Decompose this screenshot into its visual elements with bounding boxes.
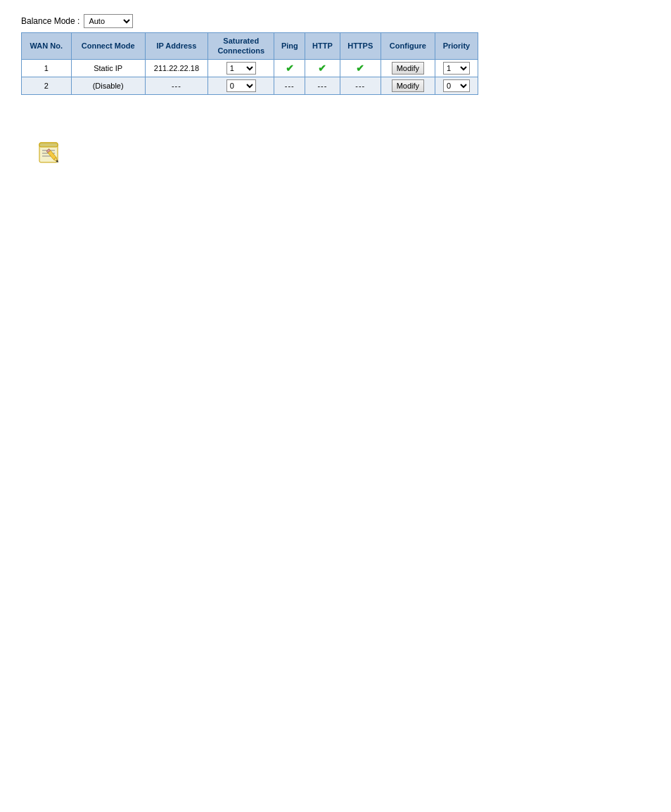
modify-button-2[interactable]: Modify (392, 79, 424, 92)
saturated-connections-2[interactable]: 0 1 2 (208, 77, 274, 94)
table-row: 1 Static IP 211.22.22.18 1 2 3 4 ✔ ✔ (22, 59, 478, 77)
balance-mode-row: Balance Mode : Auto By IP By Session By … (21, 14, 650, 28)
col-header-configure: Configure (381, 33, 435, 60)
wan-no-2: 2 (22, 77, 72, 94)
ping-1: ✔ (274, 59, 305, 77)
pencil-notepad-icon (35, 137, 65, 167)
https-1: ✔ (340, 59, 381, 77)
wan-table: WAN No. Connect Mode IP Address Saturate… (21, 32, 478, 95)
ping-2: --- (274, 77, 305, 94)
sat-connections-select-1[interactable]: 1 2 3 4 (226, 62, 256, 75)
page-container: Balance Mode : Auto By IP By Session By … (0, 0, 671, 183)
col-header-ip-address: IP Address (145, 33, 207, 60)
configure-2[interactable]: Modify (381, 77, 435, 94)
ping-dash-2: --- (285, 82, 295, 90)
priority-select-1[interactable]: 1 2 3 (443, 62, 470, 75)
http-1: ✔ (305, 59, 340, 77)
wan-no-1: 1 (22, 59, 72, 77)
col-header-wan-no: WAN No. (22, 33, 72, 60)
connect-mode-2: (Disable) (71, 77, 145, 94)
https-2: --- (340, 77, 381, 94)
svg-rect-1 (39, 143, 58, 147)
http-dash-2: --- (317, 82, 327, 90)
ping-check-icon-1: ✔ (286, 63, 294, 74)
col-header-saturated-connections: Saturated Connections (208, 33, 274, 60)
modify-button-1[interactable]: Modify (392, 62, 424, 75)
ip-address-2: --- (145, 77, 207, 94)
col-header-priority: Priority (435, 33, 478, 60)
col-header-http: HTTP (305, 33, 340, 60)
ip-address-1: 211.22.22.18 (145, 59, 207, 77)
col-header-https: HTTPS (340, 33, 381, 60)
pencil-icon-container (35, 137, 650, 169)
sat-connections-select-2[interactable]: 0 1 2 (226, 79, 256, 92)
https-dash-2: --- (355, 82, 365, 90)
saturated-connections-1[interactable]: 1 2 3 4 (208, 59, 274, 77)
http-check-icon-1: ✔ (318, 63, 326, 74)
priority-2[interactable]: 0 1 2 (435, 77, 478, 94)
col-header-connect-mode: Connect Mode (71, 33, 145, 60)
balance-mode-select[interactable]: Auto By IP By Session By Volume Failover (84, 14, 133, 28)
col-header-ping: Ping (274, 33, 305, 60)
connect-mode-1: Static IP (71, 59, 145, 77)
configure-1[interactable]: Modify (381, 59, 435, 77)
https-check-icon-1: ✔ (356, 63, 364, 74)
table-row: 2 (Disable) --- 0 1 2 --- --- (22, 77, 478, 94)
priority-1[interactable]: 1 2 3 (435, 59, 478, 77)
balance-mode-label: Balance Mode : (21, 16, 79, 26)
http-2: --- (305, 77, 340, 94)
priority-select-2[interactable]: 0 1 2 (443, 79, 470, 92)
ip-dash-2: --- (172, 82, 181, 90)
